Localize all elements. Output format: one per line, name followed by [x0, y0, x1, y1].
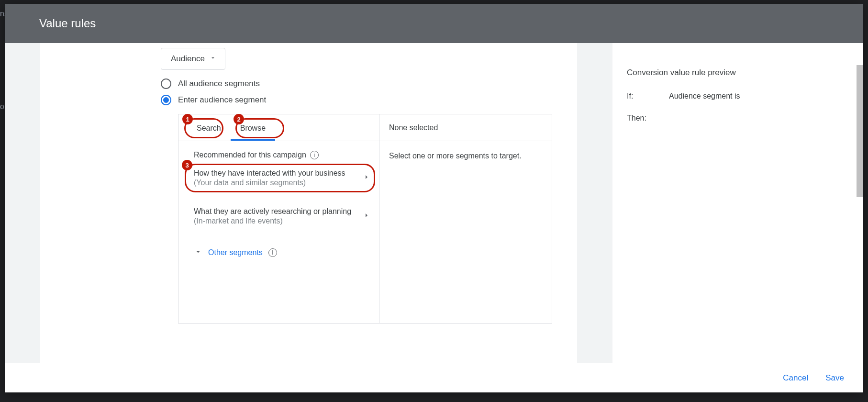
radio-icon: [161, 78, 171, 89]
radio-icon-selected: [161, 95, 171, 105]
modal-title: Value rules: [39, 17, 96, 30]
preview-then-row: Then:: [627, 114, 863, 123]
preview-if-label: If:: [627, 92, 652, 100]
category-texts: How they have interacted with your busin…: [194, 169, 345, 187]
modal-body: Audience All audience segments Enter aud…: [5, 43, 863, 363]
preview-then-label: Then:: [627, 114, 652, 123]
chevron-right-icon: [363, 212, 370, 221]
segment-browse-column: Search Browse Recommended for this campa…: [178, 114, 379, 323]
info-icon[interactable]: i: [268, 248, 277, 257]
other-segments-toggle[interactable]: Other segments i: [178, 240, 379, 266]
other-segments-label: Other segments: [208, 248, 263, 257]
modal-footer: Cancel Save: [5, 363, 863, 392]
category-title: How they have interacted with your busin…: [194, 169, 345, 178]
tab-browse[interactable]: Browse: [231, 116, 275, 141]
recommended-label: Recommended for this campaign: [194, 151, 306, 159]
info-icon[interactable]: i: [310, 151, 319, 159]
audience-radio-group: All audience segments Enter audience seg…: [161, 78, 577, 105]
modal-header: Value rules: [5, 4, 863, 43]
radio-all-label: All audience segments: [178, 79, 260, 89]
dropdown-label: Audience: [171, 54, 205, 64]
selected-header: None selected: [379, 114, 552, 141]
radio-enter-label: Enter audience segment: [178, 95, 266, 105]
category-sub: (Your data and similar segments): [194, 179, 345, 187]
radio-enter-segment[interactable]: Enter audience segment: [161, 95, 577, 105]
category-researching[interactable]: What they are actively researching or pl…: [178, 201, 379, 231]
preview-panel: Conversion value rule preview If: Audien…: [612, 43, 863, 363]
segment-selector: Search Browse Recommended for this campa…: [178, 114, 552, 324]
category-sub: (In-market and life events): [194, 217, 351, 225]
preview-if-value: Audience segment is: [669, 92, 740, 100]
save-button[interactable]: Save: [825, 373, 844, 383]
chevron-down-icon: [194, 247, 202, 258]
recommended-row: Recommended for this campaign i: [178, 141, 379, 163]
category-title: What they are actively researching or pl…: [194, 207, 351, 216]
chevron-right-icon: [363, 173, 370, 183]
segment-tabs: Search Browse: [178, 114, 379, 141]
condition-section: Audience All audience segments Enter aud…: [40, 43, 577, 324]
condition-type-dropdown[interactable]: Audience: [161, 48, 225, 70]
value-rules-modal: Value rules Audience All audience segmen…: [5, 4, 863, 392]
tab-search[interactable]: Search: [187, 116, 231, 141]
selected-text: Select one or more segments to target.: [379, 141, 552, 171]
radio-all-segments[interactable]: All audience segments: [161, 78, 577, 89]
bg-text-right: o: [0, 102, 4, 111]
segment-columns: Search Browse Recommended for this campa…: [178, 114, 552, 323]
caret-down-icon: [210, 54, 216, 64]
preview-inner: Conversion value rule preview If: Audien…: [612, 43, 863, 123]
segment-selected-column: None selected Select one or more segment…: [379, 114, 552, 323]
category-interacted[interactable]: How they have interacted with your busin…: [178, 163, 379, 193]
cancel-button[interactable]: Cancel: [783, 373, 808, 383]
scrollbar-thumb[interactable]: [857, 65, 863, 197]
preview-title: Conversion value rule preview: [627, 68, 863, 78]
category-texts: What they are actively researching or pl…: [194, 207, 351, 225]
main-panel: Audience All audience segments Enter aud…: [40, 43, 577, 363]
preview-if-row: If: Audience segment is: [627, 92, 863, 100]
